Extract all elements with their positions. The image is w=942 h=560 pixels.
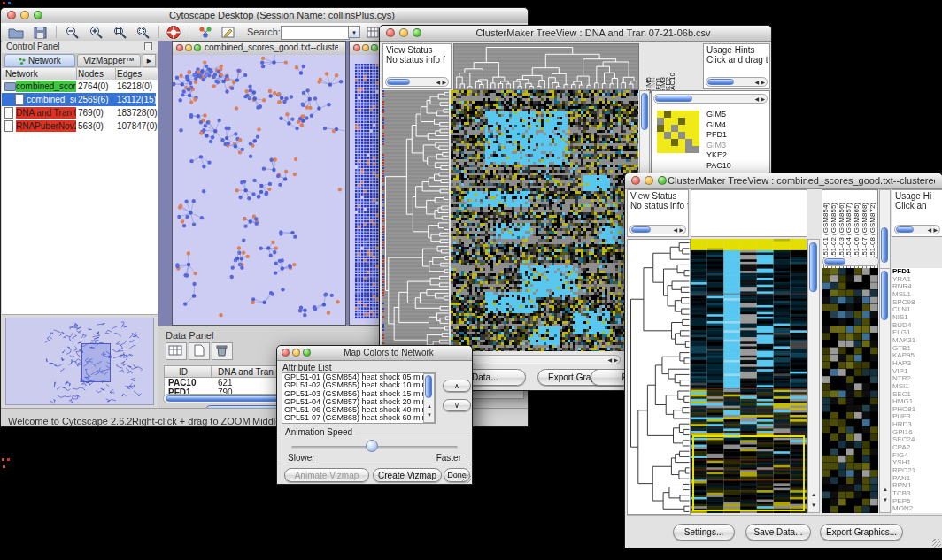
tv2-genes-vscrollbar[interactable]: ▲▼ xyxy=(879,268,891,513)
zoom-button[interactable] xyxy=(303,349,311,357)
tv1-row-dendrogram[interactable] xyxy=(382,90,449,351)
network-name[interactable]: combined_sco xyxy=(27,94,76,105)
close-button[interactable] xyxy=(386,28,395,37)
network-list-row[interactable]: combined_scores2764(0)16218(0) xyxy=(2,80,156,93)
speed-slider-thumb[interactable] xyxy=(366,440,378,452)
zoom-fit-icon[interactable] xyxy=(112,26,128,39)
attribute-item[interactable]: GPL51-07 (GSM868) heat shock 60 min xyxy=(284,414,427,422)
export-graphics-button[interactable]: Export Graphics... xyxy=(820,524,903,541)
tv1-zoom-hscrollbar[interactable]: ◀▶ xyxy=(653,94,768,104)
resize-grip[interactable] xyxy=(462,474,471,483)
zoom-out-icon[interactable] xyxy=(65,26,81,39)
zoom-button[interactable] xyxy=(413,28,421,37)
gene-label[interactable]: GIM5 xyxy=(706,110,731,120)
usage-hints-hscrollbar[interactable]: ◀▶ xyxy=(894,225,940,234)
close-button[interactable] xyxy=(282,349,290,357)
view-status-hscrollbar[interactable]: ◀▶ xyxy=(629,225,686,234)
gene-label[interactable]: YKE2 xyxy=(706,150,731,161)
gene-label[interactable]: PAC10 xyxy=(706,161,731,172)
new-attribute-icon[interactable] xyxy=(189,342,210,360)
save-data-button[interactable]: Save Data... xyxy=(745,524,811,541)
move-up-button[interactable]: ∧ xyxy=(443,380,471,392)
overview-viewport-rect[interactable] xyxy=(81,343,111,382)
gene-label[interactable]: GIM4 xyxy=(706,120,731,131)
zoom-selected-icon[interactable] xyxy=(135,26,151,39)
zoom-button[interactable] xyxy=(194,44,201,51)
save-icon[interactable] xyxy=(33,26,49,39)
open-folder-icon[interactable] xyxy=(8,26,24,39)
tv1-gene-labels[interactable]: GIM5GIM4PFD1GIM3YKE2PAC10 xyxy=(706,110,731,171)
zoom-button[interactable] xyxy=(34,11,42,19)
tv2-zoom-heatmap[interactable] xyxy=(822,268,878,513)
tv2-zoom-hscrollbar[interactable] xyxy=(822,257,879,266)
network-graph-canvas[interactable] xyxy=(173,55,345,325)
delete-attribute-trash-icon[interactable] xyxy=(212,342,233,360)
col-header-nodes[interactable]: Nodes xyxy=(78,69,104,79)
search-input[interactable] xyxy=(281,26,350,40)
col-header-network[interactable]: Network xyxy=(5,69,38,79)
tv1-titlebar[interactable]: ClusterMaker TreeView : DNA and Tran 07-… xyxy=(380,26,771,42)
gene-label[interactable]: PFD1 xyxy=(706,130,731,141)
tv1-column-dendrogram[interactable] xyxy=(453,43,639,90)
network-list-row[interactable]: DNA and Tran 07769(0)183728(0) xyxy=(2,106,156,119)
tab-network[interactable]: Network xyxy=(4,54,75,67)
gene-label[interactable]: MON2 xyxy=(892,505,942,513)
main-titlebar[interactable]: Cytoscape Desktop (Session Name: collins… xyxy=(1,8,528,24)
zoom-button[interactable] xyxy=(371,44,378,51)
tv1-global-heatmap[interactable] xyxy=(451,90,638,351)
annotation-icon[interactable] xyxy=(220,26,236,39)
usage-hints-hscrollbar[interactable]: ◀▶ xyxy=(706,77,768,87)
close-button[interactable] xyxy=(353,44,360,51)
minimize-button[interactable] xyxy=(362,44,369,51)
data-row-value[interactable]: 621 xyxy=(218,378,233,387)
attribute-table-icon[interactable] xyxy=(166,342,187,360)
network-name[interactable]: RNAPuberNov2+I xyxy=(16,120,76,132)
doc-icon xyxy=(4,107,13,119)
nodes-count: 2764(0) xyxy=(78,80,108,93)
tv2-gene-labels[interactable]: PFD1YRA1RNR4MSL1SPC98CLN1NIS1BUD4ELG1MAK… xyxy=(892,268,942,513)
minimize-button[interactable] xyxy=(645,176,653,185)
search-dropdown-button[interactable]: ▾ xyxy=(348,26,360,38)
minimize-button[interactable] xyxy=(185,44,192,51)
gene-label[interactable]: GIM3 xyxy=(706,141,731,151)
tv2-heatmap-vscrollbar[interactable]: ▲▼ xyxy=(807,239,820,513)
tv2-titlebar[interactable]: ClusterMaker TreeView : combined_scores_… xyxy=(625,173,942,189)
network-list-row[interactable]: combined_sco2569(6)13112(15) xyxy=(2,93,156,106)
network-table-body: combined_scores2764(0)16218(0)combined_s… xyxy=(2,80,158,134)
float-panel-icon[interactable] xyxy=(144,42,152,50)
minimize-button[interactable] xyxy=(399,28,408,37)
move-down-button[interactable]: ∨ xyxy=(443,399,471,411)
resize-grip[interactable] xyxy=(932,539,941,548)
tab-vizmapper[interactable]: VizMapper™ xyxy=(77,54,141,67)
close-button[interactable] xyxy=(176,44,183,51)
minimize-button[interactable] xyxy=(292,349,300,357)
network-name[interactable]: DNA and Tran 07 xyxy=(16,107,76,119)
animate-vizmap-button[interactable]: Animate Vizmap xyxy=(284,468,369,482)
create-vizmap-button[interactable]: Create Vizmap xyxy=(373,468,442,482)
tv1-zoom-heatmap[interactable] xyxy=(657,111,699,153)
network-list-row[interactable]: RNAPuberNov2+I563(0)107847(0) xyxy=(2,119,156,133)
zoom-in-icon[interactable] xyxy=(89,26,104,39)
dialog-titlebar[interactable]: Map Colors to Network xyxy=(277,346,472,361)
tv1-column-labels[interactable]: GIM5GIM4PFD1GIM3YKE2PAC10 xyxy=(646,43,682,95)
view-status-hscrollbar[interactable]: ◀▶ xyxy=(385,77,449,87)
help-lifebuoy-icon[interactable] xyxy=(166,26,182,39)
vizmapper-icon[interactable] xyxy=(197,26,213,39)
tv2-row-dendrogram[interactable] xyxy=(627,239,691,515)
data-row-id[interactable]: PAC10 xyxy=(168,378,197,387)
network-view-titlebar[interactable]: combined_scores_good.txt--cluste... xyxy=(173,42,345,56)
settings-button[interactable]: Settings... xyxy=(673,524,735,541)
treeview2-window: ClusterMaker TreeView : combined_scores_… xyxy=(624,173,942,548)
network-name[interactable]: combined_scores xyxy=(16,81,76,92)
network-overview-canvas[interactable] xyxy=(6,318,153,404)
col-header-edges[interactable]: Edges xyxy=(117,69,142,79)
close-button[interactable] xyxy=(631,176,640,185)
tv2-top-vscrollbar[interactable] xyxy=(879,189,891,271)
attribute-listbox[interactable]: GPL51-01 (GSM854) heat shock 05 minGPL51… xyxy=(282,372,436,424)
minimize-button[interactable] xyxy=(20,11,29,19)
close-button[interactable] xyxy=(7,11,16,19)
zoom-button[interactable] xyxy=(658,176,667,185)
attribute-list-vscrollbar[interactable]: ▲▼ xyxy=(423,373,435,423)
data-col-id[interactable]: ID xyxy=(179,367,188,377)
tab-overflow-arrow[interactable]: ▶ xyxy=(143,54,156,67)
